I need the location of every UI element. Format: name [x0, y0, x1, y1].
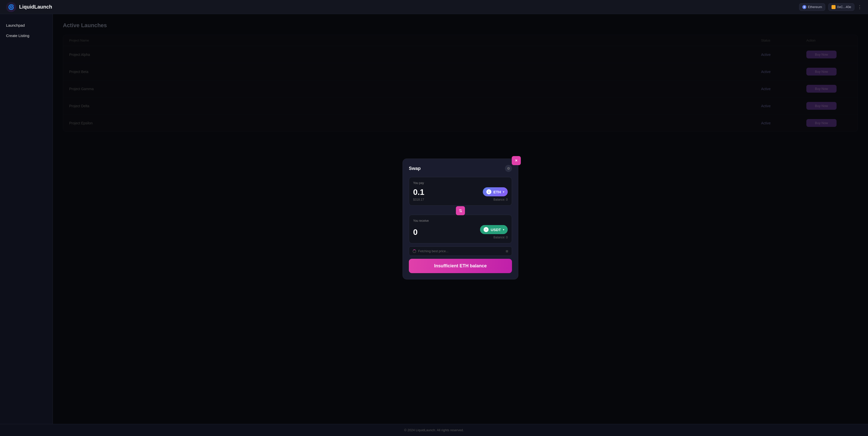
app-footer: © 2024 LiquidLaunch. All rights reserved…: [0, 424, 868, 436]
fetch-left: Fetching best price...: [413, 249, 448, 253]
pay-token-area: Ξ ETH ▾ Balance: 0: [483, 187, 508, 201]
network-name: Ethereum: [808, 5, 822, 9]
you-receive-label: You receive: [413, 219, 508, 223]
receive-amount-input[interactable]: [413, 228, 453, 237]
pay-balance: Balance: 0: [483, 198, 508, 201]
usdt-token-selector[interactable]: T USDT ▾: [480, 225, 508, 234]
usdt-chevron-icon: ▾: [503, 228, 504, 231]
more-options-icon[interactable]: ⋮: [858, 4, 862, 10]
receive-amount-area: [413, 228, 453, 237]
pay-amount-area: $318.17: [413, 187, 453, 201]
swap-direction-button[interactable]: ⇅: [456, 206, 465, 215]
pay-usd-value: $318.17: [413, 198, 453, 201]
fetching-text: Fetching best price...: [418, 249, 448, 253]
eth-token-icon: Ξ: [486, 189, 491, 194]
main-layout: Launchpad Create Listing Active Launches…: [0, 14, 868, 424]
pay-amount-input[interactable]: [413, 187, 453, 197]
receive-row: T USDT ▾ Balance: 0: [413, 225, 508, 239]
header-right-area: ◆ Ethereum 0xC...40e ⋮: [799, 3, 862, 11]
usdt-token-label: USDT: [491, 228, 501, 232]
wallet-badge[interactable]: 0xC...40e: [828, 3, 855, 11]
sidebar: Launchpad Create Listing: [0, 14, 53, 424]
swap-direction-area: ⇅: [409, 206, 512, 215]
eth-chevron-icon: ▾: [503, 191, 504, 193]
network-badge[interactable]: ◆ Ethereum: [799, 3, 825, 11]
you-receive-panel: You receive T USDT ▾: [409, 215, 512, 243]
you-pay-panel: You pay $318.17 Ξ ETH ▾: [409, 177, 512, 206]
eth-token-label: ETH: [493, 190, 501, 194]
app-logo-icon: 🌀: [6, 2, 16, 12]
pay-row: $318.17 Ξ ETH ▾ Balance: 0: [413, 187, 508, 201]
swap-title: Swap: [409, 166, 421, 171]
app-name: LiquidLaunch: [19, 4, 52, 10]
you-pay-label: You pay: [413, 181, 508, 185]
receive-balance: Balance: 0: [480, 236, 508, 239]
swap-modal-wrapper: × Swap ⚙ You pay: [403, 158, 518, 280]
wallet-address: 0xC...40e: [837, 5, 851, 9]
wallet-icon: [832, 5, 836, 9]
app-header: 🌀 LiquidLaunch ◆ Ethereum 0xC...40e ⋮: [0, 0, 868, 14]
insufficient-balance-button[interactable]: Insufficient ETH balance: [409, 259, 512, 273]
price-fetch-bar: Fetching best price... ⊞: [409, 246, 512, 256]
eth-token-selector[interactable]: Ξ ETH ▾: [483, 187, 508, 196]
content-area: Active Launches Project Name Status Acti…: [53, 14, 868, 424]
sidebar-item-launchpad[interactable]: Launchpad: [0, 20, 53, 30]
modal-close-button[interactable]: ×: [512, 156, 521, 165]
modal-overlay: × Swap ⚙ You pay: [53, 14, 868, 424]
sidebar-item-create-listing[interactable]: Create Listing: [0, 30, 53, 41]
swap-modal-header: Swap ⚙: [409, 165, 512, 172]
eth-network-icon: ◆: [802, 5, 806, 9]
usdt-token-icon: T: [484, 227, 489, 232]
swap-modal: Swap ⚙ You pay $318.17: [403, 158, 518, 280]
header-logo-area: 🌀 LiquidLaunch: [6, 2, 52, 12]
loading-spinner: [413, 250, 416, 253]
fetch-right-icon: ⊞: [506, 250, 508, 253]
footer-text: © 2024 LiquidLaunch. All rights reserved…: [404, 428, 464, 432]
receive-token-area: T USDT ▾ Balance: 0: [480, 225, 508, 239]
settings-icon[interactable]: ⚙: [505, 165, 512, 172]
